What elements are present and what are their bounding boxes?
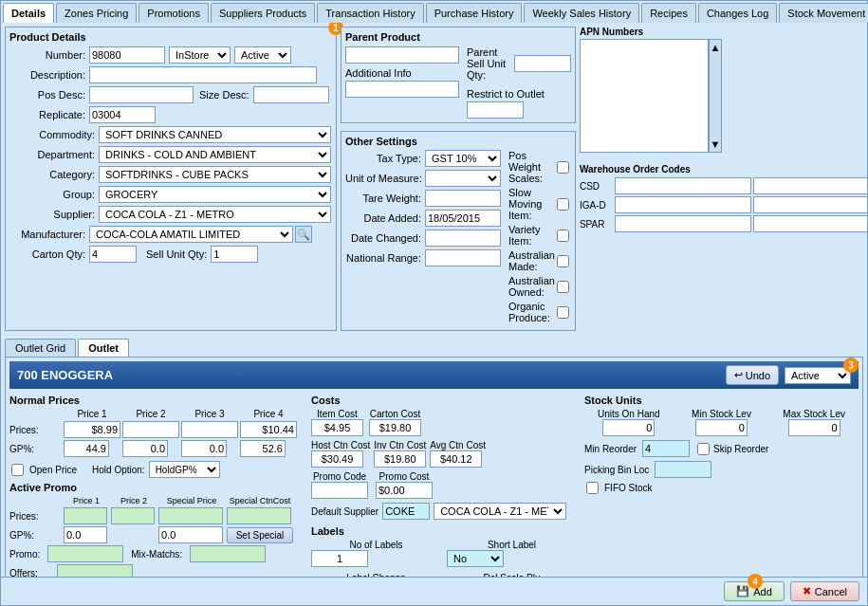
parent-product-input[interactable]	[345, 46, 459, 64]
inv-ctn-cost-input[interactable]	[374, 450, 426, 468]
status-select[interactable]: Active Inactive	[234, 46, 291, 64]
price4-input[interactable]	[240, 421, 297, 438]
additional-info-input[interactable]	[345, 81, 459, 98]
cancel-button[interactable]: ✖ Cancel	[790, 581, 859, 601]
offers-input[interactable]	[57, 564, 133, 577]
department-label: Department:	[9, 149, 95, 160]
date-changed-input[interactable]	[425, 230, 501, 247]
mix-matches-input[interactable]	[190, 545, 266, 562]
fifo-stock-checkbox[interactable]	[586, 482, 599, 494]
promo-special-ctn-input[interactable]	[227, 507, 291, 524]
description-input[interactable]	[89, 66, 317, 83]
pos-desc-input[interactable]	[89, 86, 194, 103]
tab-zones-pricing[interactable]: Zones Pricing	[56, 3, 137, 23]
parent-sell-unit-qty-input[interactable]	[514, 55, 571, 72]
picking-bin-loc-input[interactable]	[655, 461, 711, 478]
hold-option-select[interactable]: HoldGP% HoldPrice None	[149, 461, 220, 478]
price1-input[interactable]	[64, 421, 120, 438]
additional-info-label: Additional Info	[345, 67, 412, 79]
outlet-grid-tab[interactable]: Outlet Grid	[5, 339, 76, 357]
instore-select[interactable]: InStore External	[169, 46, 231, 64]
number-input[interactable]	[89, 46, 165, 64]
avg-ctn-cost-input[interactable]	[430, 450, 482, 468]
open-price-checkbox[interactable]	[11, 464, 24, 476]
warehouse-igad-input2[interactable]	[753, 196, 867, 213]
sell-unit-qty-input[interactable]	[211, 246, 258, 263]
apn-scroll-down[interactable]: ▼	[710, 138, 720, 150]
warehouse-igad-input1[interactable]	[615, 196, 751, 213]
outlet-status-select[interactable]: Active Inactive	[785, 367, 851, 384]
group-select[interactable]: GROCERY	[99, 186, 331, 203]
organic-produce-checkbox[interactable]	[557, 306, 569, 319]
tare-weight-input[interactable]	[425, 190, 501, 207]
set-special-button[interactable]: Set Special	[227, 527, 293, 543]
promo-cost-input[interactable]	[376, 482, 433, 499]
commodity-select[interactable]: SOFT DRINKS CANNED	[99, 126, 331, 143]
warehouse-spar-input1[interactable]	[615, 215, 751, 232]
carton-cost-input[interactable]	[369, 419, 421, 436]
tab-suppliers-products[interactable]: Suppliers Products	[211, 3, 315, 23]
max-stock-lev-input[interactable]	[788, 419, 840, 436]
tax-type-select[interactable]: GST 10% GST Free No Tax	[425, 150, 501, 167]
warehouse-csd-input2[interactable]	[753, 177, 867, 194]
price3-input[interactable]	[181, 421, 238, 438]
australian-owned-checkbox[interactable]	[557, 281, 569, 293]
undo-button[interactable]: ↩ Undo	[726, 365, 779, 385]
short-label-select[interactable]: No Yes	[447, 550, 504, 567]
unit-of-measure-select[interactable]	[425, 170, 501, 187]
default-supplier-select[interactable]: COCA COLA - Z1 - METRO	[434, 503, 566, 520]
apn-scroll-up[interactable]: ▲	[710, 42, 720, 53]
carton-qty-input[interactable]	[89, 246, 137, 263]
skip-reorder-checkbox[interactable]	[697, 443, 710, 455]
manufacturer-search-button[interactable]: 🔍	[295, 226, 312, 243]
units-on-hand-input[interactable]	[602, 419, 655, 436]
tab-details[interactable]: Details	[3, 3, 54, 23]
size-desc-input[interactable]	[253, 86, 329, 103]
host-ctn-cost-label: Host Ctn Cost	[311, 440, 370, 450]
tab-changes-log[interactable]: Changes Log	[698, 3, 777, 23]
promo-value-input[interactable]	[47, 545, 123, 562]
date-added-input[interactable]	[425, 210, 501, 227]
department-select[interactable]: DRINKS - COLD AND AMBIENT	[99, 146, 331, 163]
manufacturer-select[interactable]: COCA-COLA AMATIL LIMITED	[89, 226, 293, 243]
gp3-input[interactable]	[181, 440, 227, 457]
tab-stock-movement[interactable]: Stock Movement	[779, 3, 868, 23]
promo-gp3-input[interactable]	[158, 526, 223, 543]
variety-item-checkbox[interactable]	[557, 230, 569, 242]
price-header-1: Price 1	[64, 409, 120, 419]
tab-transaction-history[interactable]: Transaction History	[317, 3, 423, 23]
badge-3: 3	[843, 358, 859, 373]
gp4-input[interactable]	[240, 440, 286, 457]
units-on-hand-label: Units On Hand	[598, 409, 660, 419]
warehouse-csd-input1[interactable]	[615, 177, 751, 194]
tab-recipes[interactable]: Recipes	[641, 3, 696, 23]
min-reorder-input[interactable]	[642, 440, 690, 457]
category-select[interactable]: SOFTDRINKS - CUBE PACKS	[99, 166, 331, 183]
pos-weight-scales-checkbox[interactable]	[557, 161, 569, 174]
host-ctn-cost-input[interactable]	[311, 450, 363, 468]
tab-weekly-sales-history[interactable]: Weekly Sales History	[524, 3, 639, 23]
default-supplier-code-input[interactable]	[382, 503, 430, 520]
apn-list[interactable]	[580, 39, 709, 153]
warehouse-spar-input2[interactable]	[753, 215, 867, 232]
price2-input[interactable]	[122, 421, 179, 438]
promo-gp1-input[interactable]	[64, 526, 107, 543]
tab-purchase-history[interactable]: Purchase History	[426, 3, 523, 23]
gp2-input[interactable]	[122, 440, 168, 457]
gp1-input[interactable]	[64, 440, 109, 457]
item-cost-input[interactable]	[311, 419, 363, 436]
outlet-tab[interactable]: Outlet	[78, 339, 129, 357]
restrict-to-outlet-input[interactable]	[467, 101, 524, 119]
promo-code-input[interactable]	[311, 482, 368, 499]
australian-made-checkbox[interactable]	[557, 255, 569, 267]
promo-price2-input[interactable]	[111, 507, 155, 524]
min-stock-lev-input[interactable]	[695, 419, 748, 436]
promo-price1-input[interactable]	[64, 507, 107, 524]
national-range-input[interactable]	[425, 249, 501, 266]
no-of-labels-input[interactable]	[311, 550, 368, 567]
slow-moving-item-checkbox[interactable]	[557, 198, 569, 211]
replicate-input[interactable]	[89, 106, 156, 123]
tab-promotions[interactable]: Promotions	[139, 3, 209, 23]
promo-special-price-input[interactable]	[158, 507, 223, 524]
supplier-select[interactable]: COCA COLA - Z1 - METRO	[99, 206, 331, 223]
